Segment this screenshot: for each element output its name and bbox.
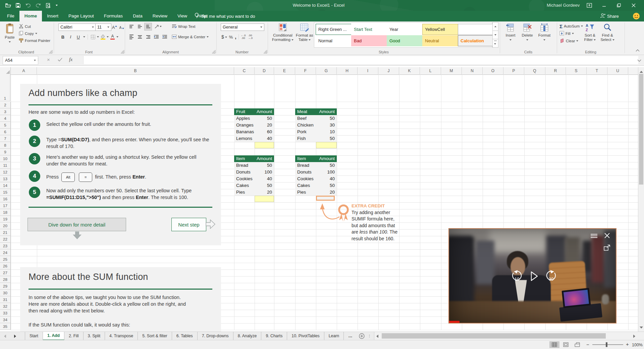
font-size-combo[interactable]: 11 [95, 23, 111, 31]
row-header-9[interactable]: 9 [0, 149, 11, 155]
row-header-11[interactable]: 11 [0, 162, 11, 169]
fill-button[interactable]: Fill [559, 30, 574, 37]
row-header-6[interactable]: 6 [0, 129, 11, 135]
row-header-28[interactable]: 28 [0, 276, 11, 283]
column-header-s[interactable]: S [566, 67, 587, 75]
tell-me-box[interactable]: Tell me what you want to do [195, 11, 255, 21]
redo-icon[interactable] [34, 1, 42, 9]
currency-button[interactable]: $ [221, 34, 227, 40]
sheet-tab-3-split[interactable]: 3. Split [84, 332, 105, 340]
decrease-indent-button[interactable] [153, 33, 160, 41]
next-step-button[interactable]: Next step [171, 218, 206, 231]
row-header-34[interactable]: 34 [0, 316, 11, 323]
row-header-30[interactable]: 30 [0, 290, 11, 296]
row-header-1[interactable]: 1 [0, 74, 10, 101]
font-color-button[interactable]: A [109, 33, 116, 41]
autosum-button[interactable]: Σ AutoSum [559, 23, 583, 30]
ribbon-tab-insert[interactable]: Insert [42, 11, 63, 21]
table-answer-cell-orange[interactable] [316, 196, 335, 201]
row-header-29[interactable]: 29 [0, 283, 11, 290]
row-header-5[interactable]: 5 [0, 122, 11, 129]
cancel-formula-icon[interactable]: × [47, 57, 50, 62]
style-neutral[interactable]: Neutral [422, 35, 459, 46]
column-header-k[interactable]: K [399, 67, 420, 75]
copy-button[interactable]: Copy [19, 30, 37, 37]
wrap-text-button[interactable]: Wrap Text [172, 23, 195, 30]
page-layout-view-button[interactable] [561, 341, 571, 348]
top-align-button[interactable] [127, 23, 135, 31]
vscroll-up-icon[interactable] [640, 69, 643, 74]
number-format-combo[interactable]: General [221, 23, 264, 31]
page-break-view-button[interactable] [572, 341, 582, 348]
vscroll-thumb[interactable] [639, 74, 643, 185]
row-header-12[interactable]: 12 [0, 169, 11, 176]
sheet-tab-1-add[interactable]: 1. Add [43, 332, 64, 340]
smiley-icon[interactable] [633, 12, 640, 21]
cut-button[interactable]: Cut [19, 23, 31, 30]
underline-button[interactable]: U [74, 33, 82, 41]
sheet-nav-left-icon[interactable] [0, 332, 10, 340]
column-header-h[interactable]: H [337, 67, 358, 75]
column-header-l[interactable]: L [420, 67, 441, 75]
row-header-23[interactable]: 23 [0, 243, 11, 249]
grow-font-button[interactable]: A [111, 23, 118, 31]
styles-scroll-down[interactable] [492, 31, 498, 39]
horizontal-scrollbar[interactable] [374, 332, 644, 340]
row-header-26[interactable]: 26 [0, 263, 11, 269]
video-progress-bar[interactable] [449, 321, 460, 323]
video-forward-button[interactable]: 30 [544, 270, 558, 283]
conditional-formatting-button[interactable]: ≠ ConditionalFormatting [270, 22, 295, 48]
new-sheet-icon[interactable] [357, 332, 367, 340]
row-header-3[interactable]: 3 [0, 108, 11, 115]
row-header-22[interactable]: 22 [0, 236, 11, 243]
styles-scroll-up[interactable] [492, 22, 498, 31]
row-header-19[interactable]: 19 [0, 216, 11, 222]
find-select-button[interactable]: Find &Select [599, 22, 616, 48]
column-header-p[interactable]: P [503, 67, 524, 75]
column-header-r[interactable]: R [545, 67, 566, 75]
font-family-combo[interactable]: Calibri [58, 23, 96, 31]
ribbon-tab-view[interactable]: View [172, 11, 192, 21]
share-button[interactable]: Share [600, 11, 619, 21]
video-player[interactable]: 10 30 [448, 228, 616, 323]
customize-qat-icon[interactable] [54, 1, 59, 9]
align-right-button[interactable] [144, 33, 152, 41]
sheet-tab-6-tables[interactable]: 6. Tables [172, 332, 198, 340]
select-all-corner[interactable] [0, 67, 11, 75]
sort-filter-button[interactable]: AZ Sort &Filter [582, 22, 598, 48]
formula-input[interactable] [83, 56, 638, 64]
sheet-tab-5-sort-filter[interactable]: 5. Sort & filter [138, 332, 172, 340]
column-header-n[interactable]: N [462, 67, 483, 75]
sheet-tab-2-fill[interactable]: 2. Fill [64, 332, 83, 340]
ribbon-tab-formulas[interactable]: Formulas [99, 11, 128, 21]
row-header-27[interactable]: 27 [0, 269, 11, 276]
ribbon-tab-home[interactable]: Home [19, 11, 42, 21]
sheet-nav-right-icon[interactable] [10, 332, 20, 340]
decrease-decimal-button[interactable]: .00→.0 [248, 34, 253, 40]
align-left-button[interactable] [127, 33, 135, 41]
orientation-button[interactable] [153, 23, 163, 31]
enter-formula-icon[interactable] [58, 58, 62, 63]
video-close-icon[interactable] [603, 232, 611, 240]
dive-down-button[interactable]: Dive down for more detail [28, 218, 126, 231]
ribbon-display-options-icon[interactable] [582, 0, 597, 11]
print-preview-icon[interactable] [44, 1, 52, 9]
row-header-10[interactable]: 10 [0, 155, 11, 162]
row-header-7[interactable]: 7 [0, 135, 11, 142]
close-icon[interactable] [626, 0, 641, 11]
increase-decimal-button[interactable]: ←.0.00 [241, 34, 246, 40]
format-cells-button[interactable]: Format [536, 22, 553, 48]
expand-formula-bar-icon[interactable] [637, 58, 641, 63]
column-header-i[interactable]: I [358, 67, 378, 75]
column-header-d[interactable]: D [255, 67, 274, 75]
row-header-8[interactable]: 8 [0, 142, 11, 149]
sheet-tab-learn[interactable]: Learn [324, 332, 344, 340]
style-normal[interactable]: Normal [316, 35, 352, 46]
row-header-4[interactable]: 4 [0, 115, 11, 122]
comma-button[interactable]: , [235, 34, 236, 40]
styles-more[interactable] [492, 39, 498, 48]
insert-cells-button[interactable]: Insert [502, 22, 519, 48]
row-header-35[interactable]: 35 [0, 323, 11, 330]
column-header-c[interactable]: C [234, 67, 255, 75]
normal-view-button[interactable] [549, 341, 559, 348]
